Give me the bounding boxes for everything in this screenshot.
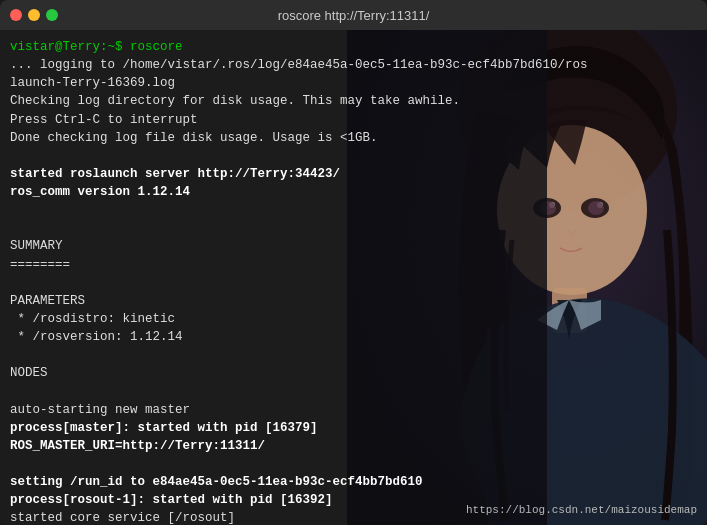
terminal-content: vistar@Terry:~$ roscore ... logging to /… [10,38,697,525]
blank-7 [10,455,697,473]
close-button[interactable] [10,9,22,21]
ros-master-uri-line: ROS_MASTER_URI=http://Terry:11311/ [10,437,697,455]
server-line-1: started roslaunch server http://Terry:34… [10,165,697,183]
param-rosdistro: * /rosdistro: kinetic [10,310,697,328]
param-rosversion: * /rosversion: 1.12.14 [10,328,697,346]
summary-label: SUMMARY [10,237,697,255]
window-title: roscore http://Terry:11311/ [278,8,430,23]
blank-5 [10,346,697,364]
blank-4 [10,274,697,292]
traffic-lights [10,9,58,21]
nodes-header: NODES [10,364,697,382]
blank-3 [10,219,697,237]
run-id-line: setting /run_id to e84ae45a-0ec5-11ea-b9… [10,473,697,491]
master-pid-line: process[master]: started with pid [16379… [10,419,697,437]
terminal-body[interactable]: vistar@Terry:~$ roscore ... logging to /… [0,30,707,525]
server-line-2: ros_comm version 1.12.14 [10,183,697,201]
prompt-line: vistar@Terry:~$ roscore [10,38,697,56]
log-line-2: launch-Terry-16369.log [10,74,697,92]
log-line-4: Press Ctrl-C to interrupt [10,111,697,129]
divider-line: ======== [10,256,697,274]
blank-6 [10,382,697,400]
parameters-header: PARAMETERS [10,292,697,310]
autostart-line: auto-starting new master [10,401,697,419]
watermark: https://blog.csdn.net/maizousidemap [466,501,697,519]
log-line-1: ... logging to /home/vistar/.ros/log/e84… [10,56,697,74]
log-line-3: Checking log directory for disk usage. T… [10,92,697,110]
minimize-button[interactable] [28,9,40,21]
blank-2 [10,201,697,219]
titlebar: roscore http://Terry:11311/ [0,0,707,30]
blank-1 [10,147,697,165]
log-line-5: Done checking log file disk usage. Usage… [10,129,697,147]
maximize-button[interactable] [46,9,58,21]
terminal-window: roscore http://Terry:11311/ [0,0,707,525]
